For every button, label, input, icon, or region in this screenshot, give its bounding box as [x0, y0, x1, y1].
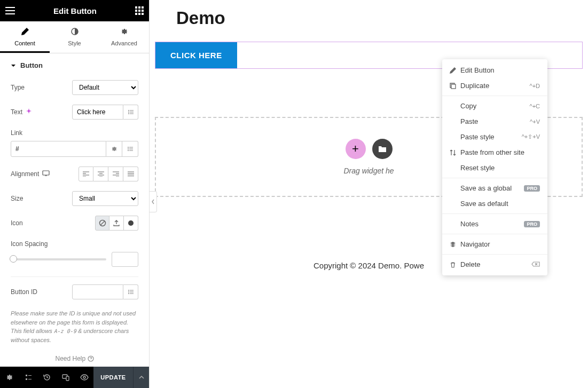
button-id-input[interactable] [72, 284, 123, 299]
alignment-label: Alignment [11, 170, 39, 178]
ctx-reset-style[interactable]: Reset style [442, 160, 547, 176]
align-left-button[interactable] [79, 167, 93, 181]
update-button[interactable]: UPDATE [93, 367, 133, 388]
settings-icon[interactable] [0, 374, 19, 381]
link-options-icon[interactable] [106, 141, 122, 157]
control-icon-spacing: Icon Spacing [11, 240, 138, 267]
add-widget-button[interactable]: + [346, 139, 366, 159]
svg-rect-15 [130, 114, 134, 114]
align-center-button[interactable] [93, 167, 108, 181]
ctx-edit-button[interactable]: Edit Button [442, 62, 547, 78]
control-icon: Icon [11, 216, 138, 231]
control-text: Text [11, 105, 138, 120]
svg-rect-35 [451, 84, 456, 89]
icon-spacing-label: Icon Spacing [11, 240, 138, 248]
type-label: Type [11, 84, 25, 91]
ctx-save-global[interactable]: Save as a global PRO [442, 180, 547, 196]
editor-sidebar: Edit Button Content Style Advanced Butto… [0, 0, 150, 388]
click-here-button[interactable]: CLICK HERE [155, 42, 237, 68]
type-select[interactable]: Default [72, 80, 138, 95]
svg-point-34 [83, 376, 85, 378]
page-header: Demo [150, 0, 588, 42]
dynamic-tags-icon[interactable] [122, 141, 138, 157]
responsive-icon[interactable] [42, 170, 50, 178]
svg-rect-19 [129, 147, 133, 148]
context-menu: Edit Button Duplicate ^+D Copy ^+C Paste… [442, 59, 547, 275]
layers-icon [450, 241, 460, 248]
tab-advanced[interactable]: Advanced [99, 21, 149, 53]
svg-point-25 [128, 290, 129, 291]
icon-upload-button[interactable] [109, 216, 124, 231]
swap-icon [450, 149, 460, 156]
control-size: Size Small [11, 191, 138, 206]
icon-library-button[interactable] [124, 216, 138, 231]
svg-point-24 [128, 220, 134, 226]
delete-key-icon [531, 262, 540, 268]
history-icon[interactable] [37, 374, 56, 381]
drop-hint: Drag widget he [343, 167, 394, 175]
control-link: Link [11, 129, 138, 157]
ai-sparkle-icon[interactable] [26, 108, 32, 116]
svg-point-26 [128, 291, 129, 292]
ctx-paste[interactable]: Paste ^+V [442, 114, 547, 129]
dynamic-tags-icon[interactable] [123, 284, 138, 299]
svg-rect-1 [138, 6, 140, 9]
need-help-link[interactable]: Need Help [0, 351, 149, 367]
svg-rect-20 [129, 149, 133, 149]
align-justify-button[interactable] [123, 167, 138, 181]
revisions-icon[interactable] [19, 374, 37, 381]
ctx-paste-other[interactable]: Paste from other site [442, 145, 547, 160]
svg-rect-7 [138, 13, 140, 15]
button-id-hint: Please make sure the ID is unique and no… [11, 309, 138, 344]
svg-point-16 [128, 147, 129, 148]
section-header-button[interactable]: Button [11, 61, 138, 69]
svg-rect-14 [130, 112, 134, 113]
tab-content[interactable]: Content [0, 21, 50, 53]
svg-point-27 [128, 293, 129, 294]
icon-label: Icon [11, 219, 23, 227]
button-id-label: Button ID [11, 288, 37, 296]
ctx-navigator[interactable]: Navigator [442, 236, 547, 252]
ctx-notes[interactable]: Notes PRO [442, 216, 547, 232]
dynamic-tags-icon[interactable] [123, 105, 138, 120]
sidebar-header: Edit Button [0, 0, 149, 21]
pro-badge: PRO [524, 221, 540, 227]
svg-point-11 [128, 112, 129, 113]
gear-icon [99, 28, 149, 37]
ctx-delete[interactable]: Delete [442, 257, 547, 272]
align-right-button[interactable] [108, 167, 123, 181]
ctx-paste-style[interactable]: Paste style ^+⇧+V [442, 129, 547, 145]
widgets-grid-icon[interactable] [135, 6, 144, 15]
tab-style[interactable]: Style [50, 21, 99, 53]
size-select[interactable]: Small [72, 191, 138, 206]
svg-rect-30 [130, 294, 134, 294]
collapse-sidebar-button[interactable] [150, 191, 157, 212]
ctx-save-default[interactable]: Save as default [442, 196, 547, 211]
save-options-button[interactable] [133, 367, 149, 388]
template-library-button[interactable] [372, 139, 393, 159]
responsive-mode-icon[interactable] [56, 374, 75, 381]
page-title: Demo [176, 8, 561, 28]
text-input[interactable] [72, 105, 123, 120]
icon-spacing-value[interactable] [112, 252, 138, 267]
svg-rect-3 [135, 10, 137, 12]
svg-rect-21 [129, 151, 133, 151]
link-input[interactable] [11, 141, 106, 157]
control-button-id: Button ID [11, 284, 138, 299]
icon-none-button[interactable] [95, 216, 109, 231]
svg-point-12 [128, 113, 129, 114]
control-type: Type Default [11, 80, 138, 95]
svg-rect-28 [130, 290, 134, 291]
pencil-icon [450, 67, 460, 74]
preview-icon[interactable] [75, 374, 93, 381]
ctx-copy[interactable]: Copy ^+C [442, 98, 547, 114]
svg-rect-0 [135, 6, 137, 9]
icon-spacing-slider[interactable] [11, 258, 106, 260]
pencil-icon [0, 28, 50, 37]
bottom-bar: UPDATE [0, 367, 149, 388]
size-label: Size [11, 195, 23, 202]
ctx-duplicate[interactable]: Duplicate ^+D [442, 78, 547, 93]
svg-rect-6 [135, 13, 137, 15]
contrast-icon [50, 28, 99, 37]
hamburger-icon[interactable] [5, 7, 15, 14]
